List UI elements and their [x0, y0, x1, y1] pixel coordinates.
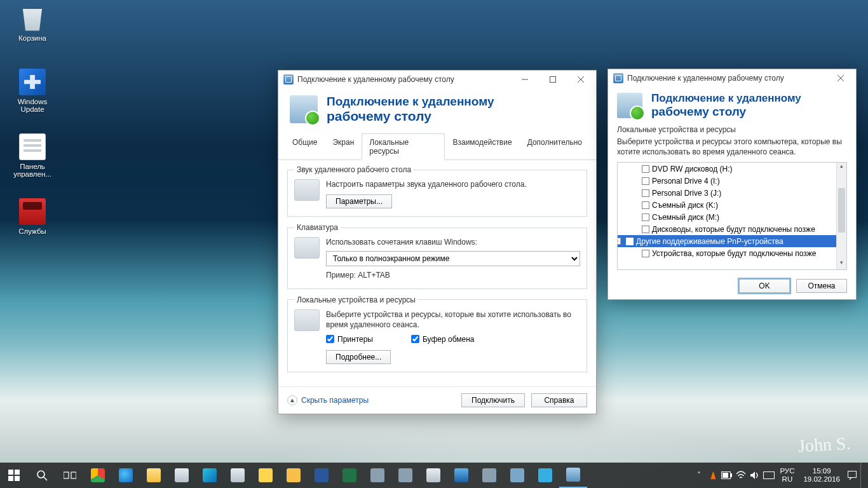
taskbar-item-ie[interactable] — [112, 463, 140, 488]
wallpaper-signature: John S. — [797, 433, 851, 456]
rdp-window: Подключение к удаленному рабочему столу … — [278, 70, 597, 414]
maximize-button[interactable] — [539, 71, 567, 88]
taskbar-item-app5[interactable] — [503, 463, 531, 488]
tab-experience[interactable]: Взаимодействие — [445, 133, 519, 160]
taskbar-item-edge[interactable] — [196, 463, 224, 488]
language-indicator[interactable]: РУС RU — [780, 467, 794, 483]
tree-item[interactable]: Съемный диск (M:) — [618, 211, 836, 223]
tree-item[interactable]: Personal Drive 4 (I:) — [618, 175, 836, 187]
taskbar-item-app2[interactable] — [391, 463, 419, 488]
speaker-icon — [750, 471, 760, 480]
taskbar-item-snip[interactable] — [168, 463, 196, 488]
collapse-icon[interactable]: − — [618, 238, 621, 245]
taskbar-item-word[interactable] — [308, 463, 336, 488]
window-header: Подключение к удаленному рабочему столу — [278, 88, 596, 133]
clipboard-checkbox[interactable] — [411, 335, 419, 343]
audio-settings-button[interactable]: Параметры... — [326, 194, 392, 208]
tray-volume-icon[interactable] — [749, 470, 761, 481]
taskbar-item-rdp[interactable] — [559, 463, 587, 488]
checkbox-icon[interactable] — [642, 226, 649, 233]
tray-vlc-icon[interactable] — [707, 470, 719, 481]
taskbar-item-app1[interactable] — [363, 463, 391, 488]
hide-options-toggle[interactable]: ▲ Скрыть параметры — [287, 395, 369, 405]
keyboard-mode-select[interactable]: Только в полноэкранном режиме — [326, 251, 580, 266]
checkbox-icon[interactable] — [642, 189, 649, 197]
taskbar-item-excel[interactable] — [336, 463, 363, 488]
taskbar-item-magnify[interactable] — [224, 463, 252, 488]
desktop-icon-control-panel[interactable]: Панель управлен... — [8, 133, 57, 178]
titlebar[interactable]: Подключение к удаленному рабочему столу — [608, 69, 856, 87]
help-button[interactable]: Справка — [531, 393, 587, 407]
desktop: Корзина Windows Update Панель управлен..… — [0, 0, 868, 488]
tree-item[interactable]: Personal Drive 3 (J:) — [618, 187, 836, 199]
desktop-icon-label: Корзина — [18, 34, 46, 42]
tray-battery-icon[interactable] — [721, 470, 733, 481]
taskbar-item-app3[interactable] — [419, 463, 447, 488]
more-button[interactable]: Подробнее... — [326, 350, 391, 364]
tab-display[interactable]: Экран — [325, 133, 362, 160]
windows-update-icon — [19, 69, 46, 95]
minimize-button[interactable] — [511, 71, 539, 88]
telegram-icon — [538, 468, 552, 482]
clock[interactable]: 15:09 19.02.2016 — [803, 467, 840, 483]
outlook-icon — [287, 468, 301, 482]
cancel-button[interactable]: Отмена — [796, 279, 847, 293]
taskbar-item-outlook[interactable] — [280, 463, 308, 488]
scroll-thumb[interactable] — [838, 188, 845, 233]
checkbox-icon[interactable] — [642, 250, 649, 257]
vlc-icon — [709, 471, 717, 480]
rdp-devices-dialog: Подключение к удаленному рабочему столу … — [607, 69, 857, 300]
clipboard-checkbox-row[interactable]: Буфер обмена — [411, 335, 475, 344]
checkbox-icon[interactable] — [642, 177, 649, 185]
tree-item-selected[interactable]: −Другие поддерживаемые PnP-устройства — [618, 235, 836, 247]
taskbar-item-app4[interactable] — [475, 463, 503, 488]
scroll-down-icon[interactable]: ▾ — [837, 259, 846, 269]
tab-general[interactable]: Общие — [285, 133, 325, 160]
start-button[interactable] — [0, 463, 28, 488]
desktop-icon-recycle-bin[interactable]: Корзина — [8, 5, 57, 42]
printers-checkbox[interactable] — [326, 335, 334, 343]
app-icon — [370, 468, 384, 482]
printers-checkbox-row[interactable]: Принтеры — [326, 335, 373, 344]
desktop-icon-windows-update[interactable]: Windows Update — [8, 69, 57, 113]
lock-icon — [259, 468, 273, 482]
titlebar[interactable]: Подключение к удаленному рабочему столу — [278, 71, 596, 88]
tree-item[interactable]: Устройства, которые будут подключены поз… — [618, 247, 836, 259]
action-center-button[interactable] — [846, 470, 858, 481]
close-button[interactable] — [827, 69, 855, 87]
checkbox-icon[interactable] — [626, 238, 634, 245]
rdp-icon — [566, 468, 580, 482]
checkbox-icon[interactable] — [642, 201, 649, 209]
taskbar-item-lock[interactable] — [252, 463, 280, 488]
tray-keyboard-icon[interactable] — [763, 470, 775, 481]
taskbar-item-chrome[interactable] — [84, 463, 112, 488]
devices-tree[interactable]: DVD RW дисковод (H:) Personal Drive 4 (I… — [617, 162, 847, 270]
tree-item[interactable]: Съемный диск (K:) — [618, 199, 836, 211]
tree-item[interactable]: DVD RW дисковод (H:) — [618, 163, 836, 175]
ok-button[interactable]: OK — [739, 279, 790, 293]
connect-button[interactable]: Подключить — [461, 393, 525, 407]
taskbar-item-telegram[interactable] — [531, 463, 559, 488]
tab-local-resources[interactable]: Локальные ресурсы — [362, 133, 445, 160]
scrollbar[interactable]: ▴ ▾ — [836, 163, 846, 269]
tab-advanced[interactable]: Дополнительно — [520, 133, 590, 160]
window-title: Подключение к удаленному рабочему столу — [297, 75, 454, 84]
checkbox-icon[interactable] — [642, 165, 649, 173]
taskbar-item-explorer[interactable] — [140, 463, 168, 488]
tree-item[interactable]: Дисководы, которые будут подключены позж… — [618, 223, 836, 235]
header-line-1: Подключение к удаленному — [327, 95, 494, 109]
speaker-icon — [294, 179, 320, 201]
task-view-button[interactable] — [56, 463, 84, 488]
desktop-icon-services[interactable]: Службы — [8, 198, 57, 235]
taskbar-item-powershell[interactable] — [447, 463, 475, 488]
show-desktop-button[interactable] — [860, 463, 864, 488]
tab-bar: Общие Экран Локальные ресурсы Взаимодейс… — [278, 133, 596, 160]
checkbox-icon[interactable] — [642, 214, 649, 221]
rdp-icon — [283, 74, 294, 85]
scroll-up-icon[interactable]: ▴ — [837, 163, 846, 173]
close-button[interactable] — [567, 71, 595, 88]
tray-network-icon[interactable] — [735, 470, 747, 481]
tray-overflow-button[interactable]: ˄ — [693, 470, 705, 481]
search-button[interactable] — [28, 463, 56, 488]
svg-rect-4 — [15, 476, 20, 481]
